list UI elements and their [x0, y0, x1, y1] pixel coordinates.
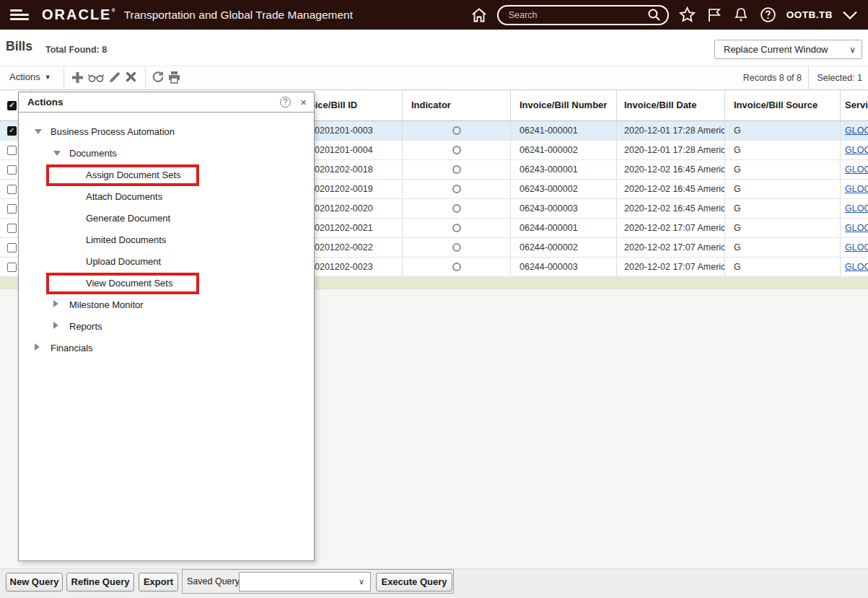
records-count-label: Records 8 of 8: [743, 73, 802, 83]
glog-link[interactable]: GLOG: [845, 141, 868, 159]
glog-link[interactable]: GLOG: [845, 238, 868, 257]
page-title: Bills: [6, 39, 32, 54]
row-checkbox[interactable]: [7, 146, 17, 155]
glog-link[interactable]: GLOG: [845, 160, 868, 179]
service-cell: GLOG: [841, 141, 868, 159]
indicator-icon: [452, 243, 461, 252]
row-checkbox[interactable]: [7, 243, 17, 252]
expander-down-icon[interactable]: [53, 151, 61, 156]
invoice-bill-number-cell: 06241-000002: [511, 141, 617, 159]
refresh-icon[interactable]: [152, 71, 165, 84]
actions-menu-item-label: Generate Document: [86, 213, 170, 224]
actions-menu-item[interactable]: Upload Document: [19, 251, 314, 273]
top-header: ORACLE® Transportation and Global Trade …: [0, 0, 868, 30]
invoice-bill-number-cell: 06244-000001: [511, 219, 617, 237]
glog-link[interactable]: GLOG: [845, 258, 868, 276]
query-bar: New Query Refine Query Export Saved Quer…: [0, 568, 868, 598]
actions-menu-item[interactable]: Milestone Monitor: [19, 294, 314, 316]
invoice-bill-source-cell: G: [725, 141, 841, 159]
expander-right-icon[interactable]: [53, 322, 58, 329]
expander-right-icon[interactable]: [35, 343, 40, 351]
popup-close-icon[interactable]: ×: [300, 96, 307, 108]
actions-popup-titlebar: Actions ? ×: [19, 92, 314, 113]
actions-menu-item[interactable]: Financials: [19, 338, 314, 359]
actions-menu-item[interactable]: Documents: [19, 143, 314, 164]
search-input[interactable]: [509, 10, 647, 20]
actions-menu-item[interactable]: Business Process Automation: [19, 121, 314, 143]
column-header-invoice-bill-source[interactable]: Invoice/Bill Source: [725, 90, 841, 120]
service-cell: GLOG: [841, 219, 868, 237]
invoice-bill-number-cell: 06243-000001: [511, 160, 617, 179]
popup-help-icon[interactable]: ?: [280, 97, 291, 107]
hamburger-menu-icon[interactable]: [10, 7, 29, 22]
select-all-checkbox[interactable]: ✓: [7, 101, 17, 110]
export-button[interactable]: Export: [139, 573, 178, 592]
actions-menu-item-label: Limited Documents: [86, 234, 166, 245]
glog-link[interactable]: GLOG: [845, 121, 868, 140]
actions-menu-item-label: Upload Document: [86, 256, 161, 267]
column-header-service[interactable]: Servic: [841, 90, 868, 120]
actions-menu-item-label: Documents: [69, 148, 117, 159]
actions-popup-title: Actions: [27, 97, 63, 107]
invoice-bill-date-cell: 2020-12-02 16:45 Americ...: [617, 180, 725, 198]
indicator-cell: [403, 160, 511, 179]
page-header: Bills Total Found: 8 Replace Current Win…: [0, 30, 868, 66]
actions-menu-item[interactable]: Limited Documents: [19, 229, 314, 251]
flag-icon[interactable]: [706, 6, 723, 24]
column-header-invoice-bill-date[interactable]: Invoice/Bill Date: [617, 90, 725, 120]
notifications-bell-icon[interactable]: [732, 6, 750, 24]
actions-menu-item[interactable]: Attach Documents: [19, 186, 314, 208]
current-user-label[interactable]: OOTB.TB: [786, 9, 833, 20]
row-checkbox[interactable]: [7, 263, 17, 272]
service-cell: GLOG: [841, 180, 868, 198]
favorites-star-icon[interactable]: [678, 6, 696, 24]
user-menu-chevron-icon[interactable]: [842, 10, 858, 20]
glog-link[interactable]: GLOG: [845, 199, 868, 218]
service-cell: GLOG: [841, 238, 868, 257]
actions-menu-item[interactable]: Assign Document Sets: [19, 164, 314, 186]
actions-menu-item[interactable]: Generate Document: [19, 208, 314, 229]
actions-menu-item[interactable]: Reports: [19, 316, 314, 338]
actions-menu-item-label: View Document Sets: [86, 278, 172, 289]
glog-link[interactable]: GLOG: [845, 180, 868, 198]
actions-menu-button[interactable]: Actions ▼: [9, 71, 51, 82]
execute-query-button[interactable]: Execute Query: [376, 573, 452, 592]
total-found-label: Total Found: 8: [45, 45, 107, 55]
home-icon[interactable]: [470, 6, 488, 24]
row-checkbox[interactable]: [7, 185, 17, 194]
refine-query-button[interactable]: Refine Query: [66, 573, 134, 592]
invoice-bill-source-cell: G: [725, 180, 841, 198]
invoice-bill-source-cell: G: [725, 219, 841, 237]
column-header-invoice-bill-number[interactable]: Invoice/Bill Number: [511, 90, 617, 120]
invoice-bill-number-cell: 06244-000003: [511, 258, 617, 276]
saved-query-select[interactable]: ∨: [239, 572, 371, 592]
new-query-button[interactable]: New Query: [6, 573, 63, 592]
expander-right-icon[interactable]: [53, 300, 58, 307]
invoice-bill-number-cell: 06243-000003: [511, 199, 617, 218]
row-checkbox[interactable]: [7, 224, 17, 233]
row-checkbox[interactable]: [7, 204, 17, 214]
actions-menu-item[interactable]: View Document Sets: [19, 273, 314, 294]
invoice-bill-date-cell: 2020-12-01 17:28 Americ...: [617, 121, 725, 140]
actions-menu-tree: Business Process AutomationDocumentsAssi…: [19, 113, 314, 359]
help-icon[interactable]: [759, 6, 777, 24]
invoice-bill-date-cell: 2020-12-02 16:45 Americ...: [617, 160, 725, 179]
row-checkbox[interactable]: ✓: [7, 126, 17, 136]
delete-x-icon[interactable]: [125, 71, 137, 83]
indicator-icon: [452, 165, 461, 174]
app-title: Transportation and Global Trade Manageme…: [124, 9, 353, 22]
grid-toolbar: Actions ▼ Records 8 of 8 Selected: 1: [0, 66, 868, 90]
chevron-down-icon: ∨: [359, 577, 364, 586]
view-record-glasses-icon[interactable]: [88, 73, 104, 83]
expander-down-icon[interactable]: [35, 129, 42, 134]
edit-pencil-icon[interactable]: [108, 71, 121, 84]
print-icon[interactable]: [167, 71, 181, 84]
add-record-icon[interactable]: [71, 71, 84, 84]
row-checkbox[interactable]: [7, 165, 17, 175]
window-mode-select[interactable]: Replace Current Window ∨: [714, 40, 862, 59]
glog-link[interactable]: GLOG: [845, 219, 868, 237]
toolbar-separator: [808, 66, 809, 89]
search-icon[interactable]: [647, 8, 661, 22]
window-mode-value: Replace Current Window: [724, 44, 828, 55]
column-header-indicator[interactable]: Indicator: [403, 90, 511, 120]
